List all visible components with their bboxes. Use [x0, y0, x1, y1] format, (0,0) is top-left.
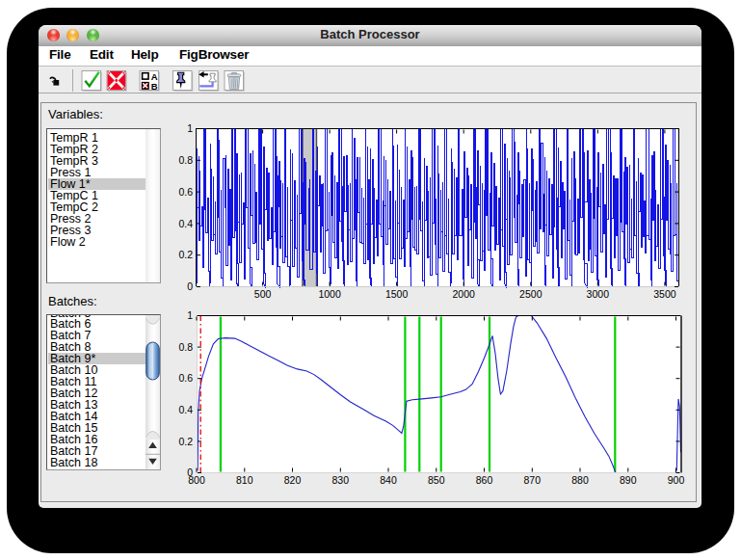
svg-text:0.6: 0.6 — [178, 372, 193, 384]
svg-text:840: 840 — [380, 474, 397, 486]
svg-text:820: 820 — [284, 474, 302, 486]
svg-text:890: 890 — [620, 474, 637, 486]
svg-text:0.2: 0.2 — [178, 249, 193, 260]
svg-text:0.6: 0.6 — [178, 186, 193, 198]
svg-text:1000: 1000 — [318, 288, 341, 300]
svg-text:860: 860 — [476, 474, 493, 486]
svg-text:3000: 3000 — [587, 288, 610, 300]
svg-text:0.8: 0.8 — [178, 341, 193, 353]
svg-text:0: 0 — [187, 280, 193, 292]
svg-text:2000: 2000 — [453, 288, 476, 300]
svg-text:0.8: 0.8 — [178, 154, 193, 166]
svg-text:B: B — [151, 81, 158, 92]
svg-text:870: 870 — [524, 474, 542, 486]
svg-text:830: 830 — [332, 474, 350, 486]
svg-text:900: 900 — [668, 474, 685, 486]
svg-text:0.4: 0.4 — [178, 404, 193, 415]
svg-text:2500: 2500 — [519, 288, 543, 300]
svg-text:850: 850 — [428, 474, 445, 486]
svg-text:3500: 3500 — [653, 288, 676, 300]
svg-text:1: 1 — [187, 309, 193, 321]
svg-text:500: 500 — [254, 288, 272, 300]
svg-text:1500: 1500 — [385, 288, 409, 300]
svg-text:810: 810 — [236, 474, 253, 486]
svg-text:880: 880 — [571, 474, 589, 486]
svg-text:0: 0 — [187, 467, 193, 478]
svg-text:0.2: 0.2 — [178, 436, 193, 447]
svg-text:1: 1 — [187, 122, 193, 134]
svg-text:0.4: 0.4 — [178, 218, 193, 229]
